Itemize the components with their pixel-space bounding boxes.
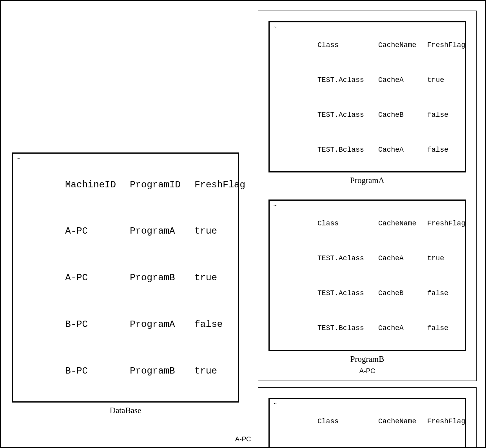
- cell: A-PC: [65, 270, 130, 286]
- table-row: TEST.BclassCacheAfalse: [275, 311, 459, 346]
- table-row: TEST.AclassCacheAtrue: [275, 63, 459, 98]
- database-label: DataBase: [12, 406, 239, 415]
- cell: CacheA: [378, 74, 427, 86]
- cell: B-PC: [65, 317, 130, 332]
- cell: CacheA: [378, 323, 427, 334]
- table-row: TEST.AclassCacheBfalse: [275, 98, 459, 132]
- table-header-row: MachineIDProgramIDFreshFlag: [20, 161, 231, 208]
- header-cell: CacheName: [378, 218, 427, 230]
- cell: false: [427, 323, 448, 334]
- cell: true: [427, 74, 444, 86]
- tilde-mark: ~: [17, 154, 20, 163]
- cell: CacheA: [378, 253, 427, 265]
- table-row: B-PCProgramAfalse: [20, 301, 231, 348]
- cell: CacheA: [378, 144, 427, 156]
- database-section: ~ MachineIDProgramIDFreshFlag A-PCProgra…: [12, 152, 239, 415]
- table-row: B-PCProgramBtrue: [20, 348, 231, 394]
- table-header-row: ClassCacheNameFreshFlag: [275, 206, 459, 241]
- cell: CacheB: [378, 109, 427, 121]
- cell: false: [427, 288, 448, 299]
- header-cell: Class: [317, 40, 378, 51]
- diagram-frame: ~ MachineIDProgramIDFreshFlag A-PCProgra…: [0, 0, 486, 448]
- cell: ProgramB: [130, 270, 194, 286]
- cell: A-PC: [65, 223, 130, 239]
- cell: TEST.Aclass: [317, 109, 378, 121]
- cell: CacheB: [378, 288, 427, 299]
- tilde-mark: ~: [274, 201, 277, 210]
- cell: TEST.Bclass: [317, 144, 378, 156]
- outer-frame-label: A-PC: [1, 435, 485, 443]
- table-row: TEST.AclassCacheAtrue: [275, 241, 459, 276]
- program-table: ~ ClassCacheNameFreshFlag TEST.AclassCac…: [268, 200, 466, 351]
- database-table: ~ MachineIDProgramIDFreshFlag A-PCProgra…: [12, 152, 239, 403]
- cell: B-PC: [65, 363, 130, 379]
- pc-label: A-PC: [268, 367, 466, 375]
- cell: true: [194, 270, 217, 286]
- header-cell: FreshFlag: [194, 177, 245, 193]
- table-row: A-PCProgramAtrue: [20, 208, 231, 255]
- cell: ProgramB: [130, 363, 194, 379]
- header-cell: CacheName: [378, 40, 427, 51]
- cell: true: [194, 363, 217, 379]
- table-header-row: ClassCacheNameFreshFlag: [275, 28, 459, 63]
- cell: false: [427, 144, 448, 156]
- tilde-mark: ~: [274, 23, 277, 31]
- program-label: ProgramA: [268, 176, 466, 185]
- table-row: TEST.BclassCacheAfalse: [275, 132, 459, 167]
- header-cell: Class: [317, 218, 378, 230]
- header-cell: FreshFlag: [427, 40, 465, 51]
- table-row: A-PCProgramBtrue: [20, 255, 231, 301]
- tilde-mark: ~: [274, 400, 277, 408]
- table-row: TEST.AclassCacheBfalse: [275, 276, 459, 311]
- header-cell: Class: [317, 416, 378, 428]
- header-cell: FreshFlag: [427, 416, 465, 428]
- cell: true: [427, 253, 444, 265]
- cell: ProgramA: [130, 223, 194, 239]
- pc-column: ~ ClassCacheNameFreshFlag TEST.AclassCac…: [258, 11, 477, 448]
- program-label: ProgramB: [268, 354, 466, 364]
- cell: ProgramA: [130, 317, 194, 332]
- header-cell: MachineID: [65, 177, 130, 193]
- header-cell: ProgramID: [130, 177, 194, 193]
- cell: TEST.Bclass: [317, 323, 378, 334]
- header-cell: CacheName: [378, 416, 427, 428]
- cell: TEST.Aclass: [317, 253, 378, 265]
- cell: TEST.Aclass: [317, 288, 378, 299]
- header-cell: FreshFlag: [427, 218, 465, 230]
- cell: TEST.Aclass: [317, 74, 378, 86]
- program-table: ~ ClassCacheNameFreshFlag TEST.AclassCac…: [268, 21, 466, 172]
- table-header-row: ClassCacheNameFreshFlag: [275, 404, 459, 439]
- pc-group-a: ~ ClassCacheNameFreshFlag TEST.AclassCac…: [258, 11, 477, 381]
- cell: false: [427, 109, 448, 121]
- cell: true: [194, 223, 217, 239]
- cell: false: [194, 317, 223, 332]
